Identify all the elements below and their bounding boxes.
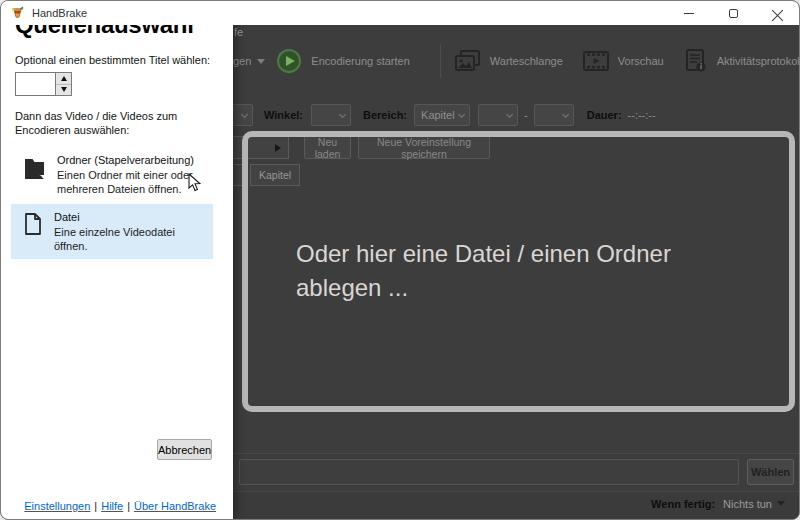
activity-log-label: Aktivitätsprotokoll — [717, 55, 800, 67]
range-end-select[interactable] — [534, 104, 574, 126]
destination-divider — [233, 453, 799, 454]
preview-label: Vorschau — [618, 55, 664, 67]
preview-icon — [583, 51, 609, 71]
duration-value: --:--:-- — [628, 109, 656, 121]
option-file-description: Eine einzelne Videodatei öffnen. — [54, 225, 205, 253]
file-dropzone[interactable]: Oder hier eine Datei / einen Ordner able… — [242, 131, 795, 412]
range-type-value: Kapitel — [421, 109, 455, 121]
source-selection-panel: Quellenauswahl Optional einen bestimmten… — [1, 1, 233, 519]
scan-controls-row: Winkel: Bereich: Kapitel - Dauer: --:--:… — [229, 104, 656, 126]
link-separator: | — [127, 500, 130, 512]
window-controls — [667, 1, 799, 25]
link-separator: | — [94, 500, 97, 512]
when-done-dropdown-icon[interactable] — [777, 501, 785, 506]
open-source-label-fragment: gen — [233, 55, 251, 67]
range-label: Bereich: — [363, 109, 407, 121]
queue-label: Warteschlange — [490, 55, 563, 67]
play-circle-icon — [277, 49, 301, 73]
choose-destination-button[interactable]: Wählen — [747, 459, 794, 485]
queue-icon — [454, 49, 481, 73]
angle-label: Winkel: — [264, 109, 303, 121]
close-icon — [772, 8, 783, 19]
dropzone-message: Oder hier eine Datei / einen Ordner able… — [296, 237, 741, 305]
source-options-list: Ordner (Stapelverarbeitung) Einen Ordner… — [1, 147, 233, 259]
panel-footer-links: Einstellungen|Hilfe|Über HandBrake — [1, 500, 216, 512]
range-type-select[interactable]: Kapitel — [414, 104, 470, 126]
option-folder-batch[interactable]: Ordner (Stapelverarbeitung) Einen Ordner… — [11, 147, 213, 202]
activity-log-button[interactable]: Aktivitätsprotokoll — [680, 49, 800, 73]
toolbar: gen Encodierung starten Warteschlange — [233, 41, 800, 81]
range-separator: - — [524, 109, 528, 121]
preview-button[interactable]: Vorschau — [579, 51, 680, 71]
statusbar: Wenn fertig: Nichts tun — [233, 491, 799, 519]
chevron-down-icon — [241, 111, 248, 118]
queue-button[interactable]: Warteschlange — [450, 49, 579, 73]
spin-down-button[interactable] — [56, 85, 71, 96]
spin-up-button[interactable] — [56, 73, 71, 85]
optional-title-label: Optional einen bestimmten Titel wählen: — [15, 53, 219, 67]
titlebar: HandBrake — [1, 1, 799, 25]
option-single-file[interactable]: Datei Eine einzelne Videodatei öffnen. — [11, 204, 213, 259]
destination-path-input[interactable] — [239, 459, 739, 485]
chevron-down-icon — [458, 111, 465, 118]
angle-select[interactable] — [311, 104, 351, 126]
dropdown-arrow-icon — [257, 59, 265, 64]
instruction-text: Dann das Video / die Videos zum Encodier… — [15, 109, 215, 137]
about-link[interactable]: Über HandBrake — [134, 500, 216, 512]
when-done-label: Wenn fertig: — [651, 498, 715, 510]
window-title: HandBrake — [32, 7, 87, 19]
mouse-cursor-icon — [188, 173, 201, 192]
open-source-button[interactable]: gen — [233, 55, 265, 67]
option-folder-title: Ordner (Stapelverarbeitung) — [57, 153, 205, 168]
minimize-button[interactable] — [667, 1, 711, 25]
range-start-select[interactable] — [478, 104, 518, 126]
when-done-value[interactable]: Nichts tun — [723, 498, 772, 510]
arrow-up-icon — [61, 76, 67, 81]
file-icon — [23, 212, 43, 236]
chevron-down-icon — [506, 111, 513, 118]
start-encode-button[interactable]: Encodierung starten — [265, 49, 425, 73]
handbrake-window: HandBrake fe gen Encodierung starten — [0, 0, 800, 520]
help-link[interactable]: Hilfe — [101, 500, 123, 512]
duration-label: Dauer: — [587, 109, 622, 121]
chevron-down-icon — [339, 111, 346, 118]
title-number-input[interactable] — [15, 72, 55, 96]
option-folder-description: Einen Ordner mit einer oder mehreren Dat… — [57, 168, 205, 196]
menu-item-hilfe-fragment[interactable]: fe — [234, 26, 243, 38]
option-file-title: Datei — [54, 210, 205, 225]
start-encode-label: Encodierung starten — [311, 55, 409, 67]
cancel-button[interactable]: Abbrechen — [157, 439, 212, 460]
settings-link[interactable]: Einstellungen — [24, 500, 90, 512]
folder-icon — [23, 155, 46, 181]
activity-log-icon — [684, 49, 708, 73]
handbrake-logo-icon — [10, 6, 25, 21]
minimize-icon — [684, 13, 694, 14]
maximize-button[interactable] — [711, 1, 755, 25]
chevron-down-icon — [562, 111, 569, 118]
close-button[interactable] — [755, 1, 799, 25]
toolbar-separator — [440, 44, 441, 78]
arrow-down-icon — [61, 87, 67, 92]
title-number-spinner — [15, 72, 233, 96]
maximize-icon — [729, 9, 738, 18]
